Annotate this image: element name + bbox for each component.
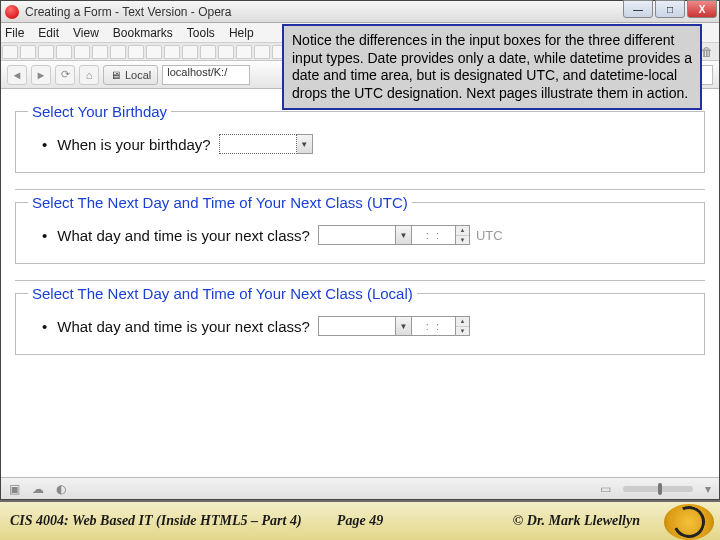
footer-author: © Dr. Mark Llewellyn	[513, 513, 640, 529]
back-button[interactable]: ◄	[7, 65, 27, 85]
home-button[interactable]: ⌂	[79, 65, 99, 85]
close-button[interactable]: X	[687, 0, 717, 18]
tab-stub[interactable]	[200, 45, 216, 59]
tab-stub[interactable]	[254, 45, 270, 59]
slide-footer: CIS 4004: Web Based IT (Inside HTML5 – P…	[0, 500, 720, 540]
titlebar: Creating a Form - Text Version - Opera —…	[1, 1, 719, 23]
tab-stub[interactable]	[56, 45, 72, 59]
callout-text: Notice the differences in the input boxe…	[292, 32, 692, 101]
minimize-button[interactable]: —	[623, 0, 653, 18]
menu-help[interactable]: Help	[229, 26, 254, 40]
zoom-slider[interactable]	[623, 486, 693, 492]
reload-button[interactable]: ⟳	[55, 65, 75, 85]
menu-edit[interactable]: Edit	[38, 26, 59, 40]
date-dropdown-icon[interactable]: ▼	[396, 225, 412, 245]
spin-down-icon[interactable]: ▼	[456, 236, 469, 245]
address-badge-label: Local	[125, 69, 151, 81]
menu-tools[interactable]: Tools	[187, 26, 215, 40]
browser-statusbar: ▣ ☁ ◐ ▭ ▾	[1, 477, 719, 499]
spin-up-icon[interactable]: ▲	[456, 226, 469, 236]
forward-button[interactable]: ►	[31, 65, 51, 85]
window-title: Creating a Form - Text Version - Opera	[25, 5, 232, 19]
address-input[interactable]: localhost/K:/	[162, 65, 250, 85]
ucf-logo-icon	[664, 504, 714, 540]
label-class-local: What day and time is your next class?	[57, 318, 310, 335]
tab-stub[interactable]	[236, 45, 252, 59]
bullet-icon: •	[42, 227, 47, 244]
tab-stub[interactable]	[128, 45, 144, 59]
row-class-utc: • What day and time is your next class? …	[28, 225, 692, 245]
tab-stub[interactable]	[38, 45, 54, 59]
tab-stub[interactable]	[20, 45, 36, 59]
window-controls: — □ X	[621, 0, 717, 18]
row-birthday: • When is your birthday? ▼	[28, 134, 692, 154]
menu-bookmarks[interactable]: Bookmarks	[113, 26, 173, 40]
annotation-callout: Notice the differences in the input boxe…	[282, 24, 702, 110]
view-icon[interactable]: ▭	[600, 482, 611, 496]
tab-stub[interactable]	[110, 45, 126, 59]
footer-page: Page 49	[337, 513, 383, 529]
zoom-dropdown-icon[interactable]: ▾	[705, 482, 711, 496]
fieldset-class-utc: Select The Next Day and Time of Your Nex…	[15, 194, 705, 264]
sync-icon[interactable]: ☁	[32, 482, 44, 496]
menu-file[interactable]: File	[5, 26, 24, 40]
time-field[interactable]: : :	[412, 316, 456, 336]
page-viewport: Select Your Birthday • When is your birt…	[1, 89, 719, 477]
date-field[interactable]	[318, 225, 396, 245]
date-field[interactable]	[219, 134, 297, 154]
tab-stub[interactable]	[182, 45, 198, 59]
date-dropdown-icon[interactable]: ▼	[297, 134, 313, 154]
legend-class-local: Select The Next Day and Time of Your Nex…	[28, 285, 417, 302]
address-security-badge[interactable]: 🖥 Local	[103, 65, 158, 85]
opera-icon	[5, 5, 19, 19]
date-dropdown-icon[interactable]: ▼	[396, 316, 412, 336]
spin-down-icon[interactable]: ▼	[456, 327, 469, 336]
fieldset-class-local: Select The Next Day and Time of Your Nex…	[15, 285, 705, 355]
fieldset-birthday: Select Your Birthday • When is your birt…	[15, 103, 705, 173]
tab-stub[interactable]	[74, 45, 90, 59]
menu-view[interactable]: View	[73, 26, 99, 40]
time-spinner[interactable]: ▲▼	[456, 316, 470, 336]
time-field[interactable]: : :	[412, 225, 456, 245]
label-birthday: When is your birthday?	[57, 136, 210, 153]
unite-icon[interactable]: ◐	[56, 482, 66, 496]
closed-tabs-icon[interactable]: 🗑	[701, 43, 713, 60]
bullet-icon: •	[42, 318, 47, 335]
footer-course: CIS 4004: Web Based IT (Inside HTML5 – P…	[10, 513, 302, 529]
spin-up-icon[interactable]: ▲	[456, 317, 469, 327]
class-local-datetime-input[interactable]: ▼ : : ▲▼	[318, 316, 470, 336]
monitor-icon: 🖥	[110, 69, 121, 81]
legend-birthday: Select Your Birthday	[28, 103, 171, 120]
row-class-local: • What day and time is your next class? …	[28, 316, 692, 336]
date-field[interactable]	[318, 316, 396, 336]
maximize-button[interactable]: □	[655, 0, 685, 18]
legend-class-utc: Select The Next Day and Time of Your Nex…	[28, 194, 412, 211]
divider	[15, 189, 705, 190]
bullet-icon: •	[42, 136, 47, 153]
tab-stub[interactable]	[2, 45, 18, 59]
panel-icon[interactable]: ▣	[9, 482, 20, 496]
tab-stub[interactable]	[218, 45, 234, 59]
birthday-date-input[interactable]: ▼	[219, 134, 313, 154]
tab-stub[interactable]	[92, 45, 108, 59]
divider	[15, 280, 705, 281]
class-utc-datetime-input[interactable]: ▼ : : ▲▼	[318, 225, 470, 245]
time-spinner[interactable]: ▲▼	[456, 225, 470, 245]
label-class-utc: What day and time is your next class?	[57, 227, 310, 244]
tab-stub[interactable]	[164, 45, 180, 59]
tab-stub[interactable]	[146, 45, 162, 59]
utc-label: UTC	[476, 228, 503, 243]
